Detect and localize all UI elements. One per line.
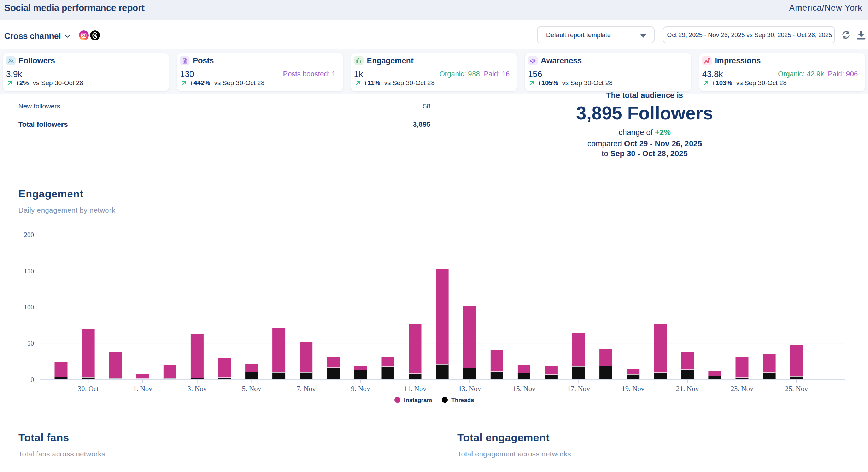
- svg-text:100: 100: [24, 303, 34, 311]
- svg-text:50: 50: [27, 340, 34, 347]
- svg-text:7. Nov: 7. Nov: [297, 385, 316, 393]
- svg-text:1. Nov: 1. Nov: [133, 385, 152, 393]
- svg-text:Threads: Threads: [451, 397, 474, 403]
- svg-text:11. Nov: 11. Nov: [404, 385, 427, 393]
- svg-text:3. Nov: 3. Nov: [188, 385, 207, 393]
- svg-text:9. Nov: 9. Nov: [351, 385, 370, 393]
- svg-text:30. Oct: 30. Oct: [78, 385, 99, 393]
- svg-text:200: 200: [24, 231, 34, 238]
- svg-text:Instagram: Instagram: [404, 397, 432, 403]
- svg-text:5. Nov: 5. Nov: [242, 385, 261, 393]
- svg-text:150: 150: [24, 267, 34, 275]
- svg-text:15. Nov: 15. Nov: [513, 385, 535, 393]
- svg-text:21. Nov: 21. Nov: [676, 385, 699, 393]
- svg-text:13. Nov: 13. Nov: [458, 385, 481, 393]
- svg-text:25. Nov: 25. Nov: [785, 385, 808, 393]
- svg-text:0: 0: [31, 376, 34, 383]
- svg-text:17. Nov: 17. Nov: [567, 385, 590, 393]
- svg-text:23. Nov: 23. Nov: [731, 385, 753, 393]
- svg-text:19. Nov: 19. Nov: [622, 385, 644, 393]
